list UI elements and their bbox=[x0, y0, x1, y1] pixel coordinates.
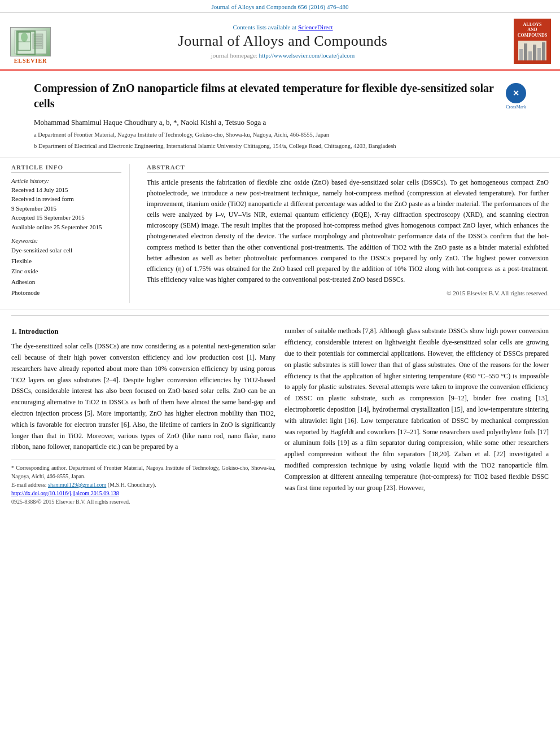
journal-homepage: journal homepage: http://www.elsevier.co… bbox=[211, 52, 355, 59]
svg-point-2 bbox=[21, 33, 28, 42]
affiliation-1: a Department of Frontier Material, Nagoy… bbox=[34, 130, 526, 139]
keyword-5: Photomode bbox=[11, 287, 121, 298]
history-label: Article history: bbox=[11, 177, 121, 184]
body-text-left: The dye-sensitized solar cells (DSSCs) a… bbox=[11, 341, 275, 453]
keyword-2: Flexible bbox=[11, 256, 121, 267]
keywords-block: Keywords: Dye-sensitized solar cell Flex… bbox=[11, 237, 121, 298]
journal-logo-box: ALLOYSANDCOMPOUNDS bbox=[514, 19, 551, 64]
journal-header-middle: Contents lists available at ScienceDirec… bbox=[59, 19, 507, 64]
doi-link[interactable]: http://dx.doi.org/10.1016/j.jjalcom.2015… bbox=[11, 490, 119, 496]
svg-rect-1 bbox=[18, 32, 30, 50]
journal-citation-bar: Journal of Alloys and Compounds 656 (201… bbox=[0, 0, 560, 13]
article-info-panel: ARTICLE INFO Article history: Received 1… bbox=[11, 164, 130, 304]
abstract-text: This article presents the fabrication of… bbox=[147, 177, 549, 286]
homepage-url[interactable]: http://www.elsevier.com/locate/jalcom bbox=[259, 52, 355, 59]
email-link[interactable]: shanimul129@gmail.com bbox=[48, 482, 106, 488]
section-1-title: 1. Introduction bbox=[11, 326, 275, 338]
received-date: Received 14 July 2015 bbox=[11, 185, 121, 195]
crossmark-icon: ✕ bbox=[506, 83, 526, 103]
keyword-3: Zinc oxide bbox=[11, 266, 121, 277]
corresponding-note: * Corresponding author. Department of Fr… bbox=[11, 464, 275, 480]
crossmark-label: CrossMark bbox=[506, 104, 526, 110]
doi-line: http://dx.doi.org/10.1016/j.jjalcom.2015… bbox=[11, 489, 275, 497]
journal-citation-text: Journal of Alloys and Compounds 656 (201… bbox=[212, 3, 349, 10]
journal-logo-text: ALLOYSANDCOMPOUNDS bbox=[518, 22, 547, 38]
keyword-4: Adhesion bbox=[11, 277, 121, 287]
accepted-date: Accepted 15 September 2015 bbox=[11, 213, 121, 222]
elsevier-logo: ELSEVIER bbox=[8, 19, 53, 64]
article-history-block: Article history: Received 14 July 2015 R… bbox=[11, 177, 121, 232]
elsevier-brand-text: ELSEVIER bbox=[14, 58, 47, 64]
authors-line: Mohammad Shamimul Haque Choudhury a, b, … bbox=[34, 118, 526, 127]
journal-logo-right: ALLOYSANDCOMPOUNDS bbox=[513, 19, 552, 64]
journal-header: ELSEVIER Contents lists available at Sci… bbox=[0, 13, 560, 71]
keyword-1: Dye-sensitized solar cell bbox=[11, 245, 121, 256]
article-title: Compression of ZnO nanoparticle films at… bbox=[34, 81, 526, 111]
sciencedirect-anchor[interactable]: ScienceDirect bbox=[298, 24, 333, 30]
contents-label: Contents lists available at bbox=[233, 24, 298, 30]
affiliation-2: b Department of Electrical and Electroni… bbox=[34, 142, 526, 151]
article-info-abstract-section: ARTICLE INFO Article history: Received 1… bbox=[0, 158, 560, 310]
body-text-left-content: The dye-sensitized solar cells (DSSCs) a… bbox=[11, 342, 275, 451]
email-label: E-mail address: bbox=[11, 482, 48, 488]
article-header: ✕ CrossMark Compression of ZnO nanoparti… bbox=[0, 71, 560, 158]
homepage-label: journal homepage: bbox=[211, 52, 257, 59]
elsevier-logo-image bbox=[10, 27, 51, 56]
crossmark: ✕ CrossMark bbox=[506, 83, 526, 110]
keywords-label: Keywords: bbox=[11, 237, 121, 244]
abstract-heading: ABSTRACT bbox=[147, 164, 549, 173]
revised-date: 9 September 2015 bbox=[11, 204, 121, 213]
footnote-section: * Corresponding author. Department of Fr… bbox=[11, 460, 275, 506]
body-text-right: number of suitable methods [7,8]. Althou… bbox=[285, 326, 549, 493]
body-column-right: number of suitable methods [7,8]. Althou… bbox=[285, 326, 549, 506]
article-info-heading: ARTICLE INFO bbox=[11, 164, 121, 173]
journal-title: Journal of Alloys and Compounds bbox=[178, 33, 388, 50]
authors-text: Mohammad Shamimul Haque Choudhury a, b, … bbox=[34, 118, 266, 126]
issn-line: 0925-8388/© 2015 Elsevier B.V. All right… bbox=[11, 497, 275, 506]
revised-label: Received in revised form bbox=[11, 194, 121, 204]
copyright-notice: © 2015 Elsevier B.V. All rights reserved… bbox=[147, 290, 549, 296]
sciencedirect-link: Contents lists available at ScienceDirec… bbox=[233, 24, 333, 30]
abstract-panel: ABSTRACT This article presents the fabri… bbox=[139, 164, 549, 304]
body-column-left: 1. Introduction The dye-sensitized solar… bbox=[11, 326, 275, 506]
section-divider bbox=[11, 315, 549, 316]
email-name: (M.S.H. Choudhury). bbox=[108, 482, 156, 488]
journal-logo-chart bbox=[518, 41, 546, 60]
available-online: Available online 25 September 2015 bbox=[11, 222, 121, 232]
body-content: 1. Introduction The dye-sensitized solar… bbox=[0, 321, 560, 517]
email-note: E-mail address: shanimul129@gmail.com (M… bbox=[11, 480, 275, 489]
